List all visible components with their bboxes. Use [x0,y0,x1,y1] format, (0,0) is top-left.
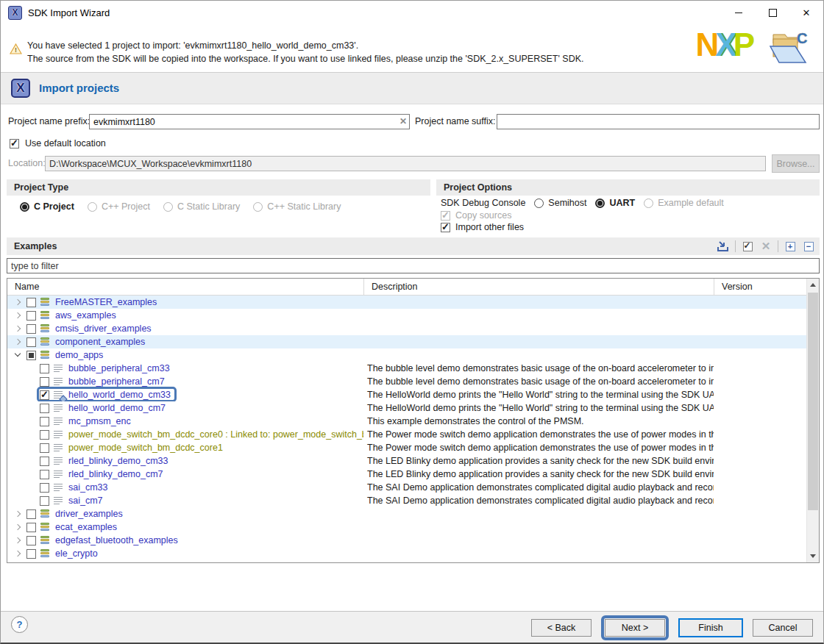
row-checkbox[interactable] [40,470,49,479]
tree-row[interactable]: FreeMASTER_examples [7,296,806,309]
row-checkbox[interactable] [26,549,36,559]
tree-row[interactable]: rled_blinky_demo_cm33The LED Blinky demo… [7,454,806,468]
row-label[interactable]: aws_examples [55,310,116,321]
row-label[interactable]: mc_pmsm_enc [68,416,131,426]
project-type-option[interactable]: C Project [20,201,74,212]
chevron-collapsed-icon[interactable] [15,550,21,557]
row-checkbox[interactable] [40,496,49,506]
row-checkbox[interactable] [26,523,36,532]
help-button[interactable]: ? [11,616,28,633]
debug-console-option[interactable]: Semihost [534,198,586,208]
tree-row[interactable]: component_examples [7,335,806,348]
tree-row[interactable]: mc_pmsm_encThis example demonstrates the… [7,415,806,428]
row-checkbox[interactable] [26,536,36,545]
prefix-input[interactable] [89,114,410,129]
row-label[interactable]: demo_apps [55,350,103,360]
tree-row[interactable]: power_mode_switch_bm_dcdc_core1The Power… [7,441,806,454]
select-all-icon[interactable] [741,240,754,253]
tree-row[interactable]: demo_apps [7,348,806,362]
row-checkbox[interactable] [40,364,49,373]
debug-console-option[interactable]: UART [595,198,635,208]
row-checkbox[interactable] [26,351,36,360]
tree-row[interactable]: aws_examples [7,309,806,322]
tree-row[interactable] [7,560,806,562]
cancel-button[interactable]: Cancel [753,619,813,637]
project-type-radio[interactable] [20,202,29,212]
row-label[interactable]: FreeMASTER_examples [55,297,157,307]
tree-row[interactable]: rled_blinky_demo_cm7The LED Blinky demo … [7,468,806,481]
row-checkbox[interactable] [40,443,49,453]
scroll-up-button[interactable] [807,279,819,291]
tree-row[interactable]: ecat_examples [7,520,806,534]
chevron-collapsed-icon[interactable] [15,523,21,531]
row-checkbox[interactable] [26,337,36,347]
suffix-input[interactable] [497,114,820,129]
maximize-button[interactable] [756,1,789,24]
row-checkbox[interactable] [26,298,36,307]
row-checkbox[interactable] [40,377,49,387]
finish-button[interactable]: Finish [678,618,743,637]
vertical-scrollbar[interactable] [806,279,819,562]
clear-prefix-icon[interactable]: ✕ [399,116,407,126]
row-checkbox[interactable] [26,509,36,519]
row-checkbox[interactable] [40,430,49,440]
row-checkbox[interactable] [40,483,49,493]
tree-row[interactable]: ele_crypto [7,547,806,560]
row-label[interactable]: rled_blinky_demo_cm7 [68,469,163,479]
chevron-collapsed-icon[interactable] [15,338,21,346]
row-label[interactable]: hello_world_demo_cm7 [68,403,166,413]
row-checkbox[interactable] [26,562,36,563]
row-label[interactable]: ecat_examples [55,522,117,532]
debug-console-radio[interactable] [534,198,544,208]
row-checkbox[interactable] [40,457,49,466]
row-label[interactable]: power_mode_switch_bm_dcdc_core1 [68,443,223,453]
tree-row[interactable]: bubble_peripheral_cm33The bubble level d… [7,362,806,375]
tree-row[interactable]: hello_world_demo_cm33The HelloWorld demo… [7,388,806,401]
use-default-location-checkbox[interactable] [10,139,19,149]
column-header-version[interactable]: Version [714,279,806,295]
tree-row[interactable]: cmsis_driver_examples [7,322,806,335]
row-label[interactable]: ele_crypto [55,548,98,559]
row-label[interactable]: rled_blinky_demo_cm33 [68,456,168,466]
scrollbar-thumb[interactable] [808,293,818,510]
tree-row[interactable]: driver_examples [7,507,806,520]
row-label[interactable]: bubble_peripheral_cm7 [68,376,165,387]
next-button[interactable]: Next > [605,619,665,637]
collapse-all-icon[interactable]: − [802,240,815,253]
import-example-icon[interactable] [717,240,730,253]
row-checkbox[interactable] [40,390,49,400]
chevron-collapsed-icon[interactable] [15,537,21,544]
chevron-collapsed-icon[interactable] [15,510,21,518]
minimize-button[interactable] [722,1,756,24]
row-label[interactable]: driver_examples [55,509,123,519]
tree-row[interactable]: hello_world_demo_cm7The HelloWorld demo … [7,401,806,415]
column-header-description[interactable]: Description [363,279,714,295]
close-button[interactable]: ✕ [789,1,823,24]
row-label[interactable]: power_mode_switch_bm_dcdc_core0 : Linked… [68,429,363,440]
tree-row[interactable]: sai_cm7The SAI Demo application demonstr… [7,494,806,507]
tree-row[interactable]: bubble_peripheral_cm7The bubble level de… [7,375,806,388]
row-checkbox[interactable] [26,324,36,334]
chevron-expanded-icon[interactable] [15,351,21,359]
expand-all-icon[interactable]: + [784,240,797,253]
debug-console-radio[interactable] [595,198,605,208]
chevron-collapsed-icon[interactable] [15,312,21,319]
row-label[interactable]: cmsis_driver_examples [55,323,152,334]
row-label[interactable]: sai_cm33 [68,482,108,493]
row-label[interactable]: component_examples [55,337,145,347]
tree-row[interactable]: sai_cm33The SAI Demo application demonst… [7,481,806,494]
scroll-down-button[interactable] [807,550,819,562]
back-button[interactable]: < Back [531,619,592,637]
filter-input[interactable] [7,258,820,273]
row-label[interactable]: sai_cm7 [68,495,103,506]
row-label[interactable]: bubble_peripheral_cm33 [68,363,170,373]
row-label[interactable]: edgefast_bluetooth_examples [55,535,178,545]
row-checkbox[interactable] [26,311,36,321]
row-label[interactable]: hello_world_demo_cm33 [68,390,171,400]
tree-row[interactable]: power_mode_switch_bm_dcdc_core0 : Linked… [7,428,806,441]
row-checkbox[interactable] [40,417,49,426]
tree-row[interactable]: edgefast_bluetooth_examples [7,534,806,547]
import-other-files-checkbox[interactable] [441,223,450,232]
chevron-collapsed-icon[interactable] [15,325,21,332]
chevron-collapsed-icon[interactable] [15,298,21,306]
